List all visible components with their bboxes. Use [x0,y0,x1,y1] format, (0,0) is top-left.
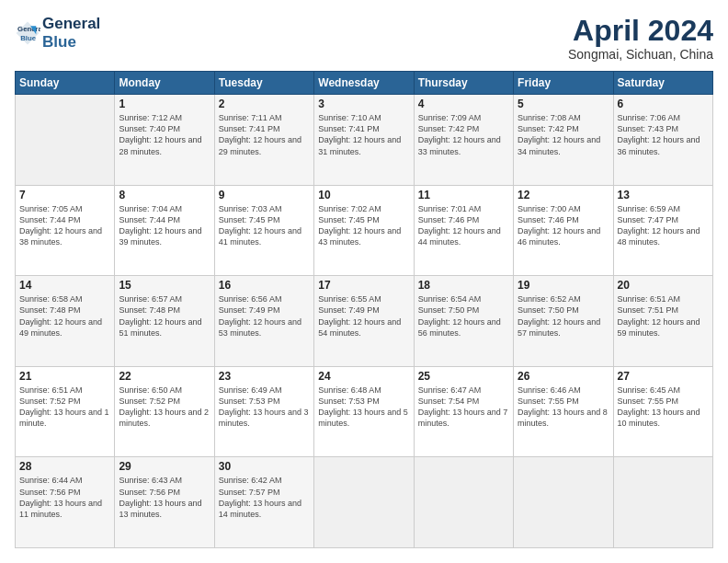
day-number: 2 [219,98,310,110]
calendar-cell: 6Sunrise: 7:06 AM Sunset: 7:43 PM Daylig… [613,95,712,186]
calendar-cell: 3Sunrise: 7:10 AM Sunset: 7:41 PM Daylig… [314,95,414,186]
day-number: 5 [518,98,609,110]
day-number: 15 [119,279,210,292]
day-header-monday: Monday [115,72,214,95]
cell-info: Sunrise: 6:56 AM Sunset: 7:49 PM Dayligh… [219,293,310,339]
calendar-cell: 9Sunrise: 7:03 AM Sunset: 7:45 PM Daylig… [214,185,313,276]
calendar-cell: 22Sunrise: 6:50 AM Sunset: 7:52 PM Dayli… [115,366,214,457]
calendar-week-3: 14Sunrise: 6:58 AM Sunset: 7:48 PM Dayli… [16,276,713,367]
cell-info: Sunrise: 6:58 AM Sunset: 7:48 PM Dayligh… [19,293,110,339]
calendar-cell: 27Sunrise: 6:45 AM Sunset: 7:55 PM Dayli… [613,366,712,457]
cell-info: Sunrise: 7:03 AM Sunset: 7:45 PM Dayligh… [219,203,310,248]
calendar-cell: 7Sunrise: 7:05 AM Sunset: 7:44 PM Daylig… [16,185,115,276]
day-number: 19 [518,279,609,292]
location-subtitle: Songmai, Sichuan, China [568,47,713,62]
calendar-cell: 10Sunrise: 7:02 AM Sunset: 7:45 PM Dayli… [314,185,414,276]
day-number: 22 [119,370,210,383]
day-header-wednesday: Wednesday [314,72,414,95]
cell-info: Sunrise: 6:54 AM Sunset: 7:50 PM Dayligh… [418,293,509,339]
day-number: 24 [318,370,409,383]
day-number: 21 [19,370,110,383]
day-number: 29 [119,460,210,473]
calendar-cell: 14Sunrise: 6:58 AM Sunset: 7:48 PM Dayli… [16,276,115,367]
month-title: April 2024 [568,15,713,47]
calendar-cell: 15Sunrise: 6:57 AM Sunset: 7:48 PM Dayli… [115,276,214,367]
calendar-cell [414,457,513,548]
calendar-cell: 24Sunrise: 6:48 AM Sunset: 7:53 PM Dayli… [314,366,414,457]
cell-info: Sunrise: 7:04 AM Sunset: 7:44 PM Dayligh… [119,203,210,248]
day-number: 14 [19,279,110,292]
cell-info: Sunrise: 6:48 AM Sunset: 7:53 PM Dayligh… [318,385,409,430]
calendar-cell: 13Sunrise: 6:59 AM Sunset: 7:47 PM Dayli… [613,185,712,276]
calendar-cell [16,95,115,186]
day-number: 1 [119,98,210,110]
day-number: 25 [418,370,509,383]
cell-info: Sunrise: 7:10 AM Sunset: 7:41 PM Dayligh… [318,112,409,157]
day-number: 6 [618,98,709,110]
calendar-cell: 16Sunrise: 6:56 AM Sunset: 7:49 PM Dayli… [214,276,313,367]
day-number: 16 [219,279,310,292]
cell-info: Sunrise: 7:08 AM Sunset: 7:42 PM Dayligh… [518,112,609,157]
svg-text:General: General [17,25,40,33]
calendar-cell: 25Sunrise: 6:47 AM Sunset: 7:54 PM Dayli… [414,366,513,457]
calendar-cell: 23Sunrise: 6:49 AM Sunset: 7:53 PM Dayli… [214,366,313,457]
cell-info: Sunrise: 7:06 AM Sunset: 7:43 PM Dayligh… [618,112,709,157]
day-number: 10 [318,189,409,201]
day-number: 26 [518,370,609,383]
calendar-cell: 29Sunrise: 6:43 AM Sunset: 7:56 PM Dayli… [115,457,214,548]
day-number: 30 [219,460,310,473]
calendar-cell [613,457,712,548]
svg-text:Blue: Blue [20,33,37,41]
cell-info: Sunrise: 7:00 AM Sunset: 7:46 PM Dayligh… [518,203,609,248]
day-number: 13 [618,189,709,201]
calendar-cell: 19Sunrise: 6:52 AM Sunset: 7:50 PM Dayli… [514,276,613,367]
calendar-week-5: 28Sunrise: 6:44 AM Sunset: 7:56 PM Dayli… [16,457,713,548]
day-header-thursday: Thursday [414,72,513,95]
header: General Blue General Blue April 2024 Son… [15,15,713,62]
calendar-week-4: 21Sunrise: 6:51 AM Sunset: 7:52 PM Dayli… [16,366,713,457]
logo-blue: Blue [42,33,100,52]
day-number: 27 [618,370,709,383]
calendar-cell: 20Sunrise: 6:51 AM Sunset: 7:51 PM Dayli… [613,276,712,367]
cell-info: Sunrise: 6:51 AM Sunset: 7:52 PM Dayligh… [19,385,110,430]
cell-info: Sunrise: 6:49 AM Sunset: 7:53 PM Dayligh… [219,385,310,430]
day-number: 4 [418,98,509,110]
calendar-week-2: 7Sunrise: 7:05 AM Sunset: 7:44 PM Daylig… [16,185,713,276]
day-number: 3 [318,98,409,110]
day-number: 9 [219,189,310,201]
cell-info: Sunrise: 6:42 AM Sunset: 7:57 PM Dayligh… [219,475,310,520]
cell-info: Sunrise: 6:43 AM Sunset: 7:56 PM Dayligh… [119,475,210,520]
day-header-saturday: Saturday [613,72,712,95]
cell-info: Sunrise: 6:59 AM Sunset: 7:47 PM Dayligh… [618,203,709,248]
cell-info: Sunrise: 7:09 AM Sunset: 7:42 PM Dayligh… [418,112,509,157]
day-header-sunday: Sunday [16,72,115,95]
cell-info: Sunrise: 6:47 AM Sunset: 7:54 PM Dayligh… [418,385,509,430]
calendar-header-row: SundayMondayTuesdayWednesdayThursdayFrid… [16,72,713,95]
day-number: 20 [618,279,709,292]
cell-info: Sunrise: 6:50 AM Sunset: 7:52 PM Dayligh… [119,385,210,430]
page: General Blue General Blue April 2024 Son… [0,0,728,563]
calendar-cell: 4Sunrise: 7:09 AM Sunset: 7:42 PM Daylig… [414,95,513,186]
day-header-tuesday: Tuesday [214,72,313,95]
calendar-table: SundayMondayTuesdayWednesdayThursdayFrid… [15,71,713,548]
cell-info: Sunrise: 7:02 AM Sunset: 7:45 PM Dayligh… [318,203,409,248]
calendar-cell: 12Sunrise: 7:00 AM Sunset: 7:46 PM Dayli… [514,185,613,276]
calendar-cell: 17Sunrise: 6:55 AM Sunset: 7:49 PM Dayli… [314,276,414,367]
day-number: 28 [19,460,110,473]
calendar-cell: 26Sunrise: 6:46 AM Sunset: 7:55 PM Dayli… [514,366,613,457]
cell-info: Sunrise: 7:12 AM Sunset: 7:40 PM Dayligh… [119,112,210,157]
calendar-cell [314,457,414,548]
day-number: 8 [119,189,210,201]
cell-info: Sunrise: 7:01 AM Sunset: 7:46 PM Dayligh… [418,203,509,248]
calendar-cell: 21Sunrise: 6:51 AM Sunset: 7:52 PM Dayli… [16,366,115,457]
cell-info: Sunrise: 6:51 AM Sunset: 7:51 PM Dayligh… [618,293,709,339]
day-number: 17 [318,279,409,292]
calendar-cell: 8Sunrise: 7:04 AM Sunset: 7:44 PM Daylig… [115,185,214,276]
cell-info: Sunrise: 6:46 AM Sunset: 7:55 PM Dayligh… [518,385,609,430]
calendar-cell [514,457,613,548]
day-number: 23 [219,370,310,383]
cell-info: Sunrise: 6:55 AM Sunset: 7:49 PM Dayligh… [318,293,409,339]
calendar-week-1: 1Sunrise: 7:12 AM Sunset: 7:40 PM Daylig… [16,95,713,186]
cell-info: Sunrise: 7:05 AM Sunset: 7:44 PM Dayligh… [19,203,110,248]
calendar-cell: 11Sunrise: 7:01 AM Sunset: 7:46 PM Dayli… [414,185,513,276]
